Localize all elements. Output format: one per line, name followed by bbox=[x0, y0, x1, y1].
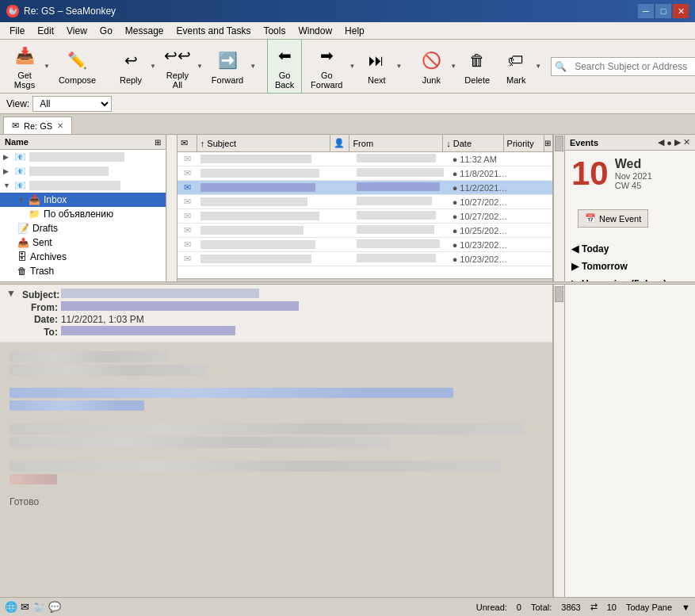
folder-drafts-icon: 📝 bbox=[17, 223, 29, 234]
msg-date-cell8: ● 10/23/2021,… bbox=[449, 254, 511, 265]
col-from-header[interactable]: From bbox=[349, 135, 443, 151]
tab-inbox[interactable]: ✉ Re: GS ✕ bbox=[3, 117, 72, 134]
msg-from-cell4 bbox=[353, 196, 449, 208]
folder-archives[interactable]: 🗄 Archives bbox=[0, 250, 166, 264]
col-date-header[interactable]: ↓ Date bbox=[443, 135, 503, 151]
table-row[interactable]: ✉ ● 10/25/2021,… bbox=[178, 224, 552, 238]
scroll-thumb[interactable] bbox=[555, 136, 563, 151]
junk-button[interactable]: 🚫 Junk bbox=[413, 44, 449, 89]
msg-date-cell5: ● 10/27/2021,… bbox=[449, 211, 511, 222]
forward-arrow[interactable]: ▼ bbox=[250, 63, 256, 70]
events-close-button[interactable]: ✕ bbox=[683, 137, 690, 147]
reply-all-arrow[interactable]: ▼ bbox=[197, 63, 203, 70]
folder-subdir[interactable]: 📁 По объявлению bbox=[0, 207, 166, 221]
go-back-button[interactable]: ⬅ Go Back bbox=[267, 39, 302, 94]
col-priority-header[interactable]: Priority bbox=[504, 135, 544, 151]
mark-arrow[interactable]: ▼ bbox=[535, 63, 541, 70]
close-button[interactable]: ✕ bbox=[673, 4, 689, 18]
forward-button[interactable]: ➡️ Forward bbox=[206, 44, 249, 89]
table-row[interactable]: ✉ ● 10/23/2021,… bbox=[178, 252, 552, 266]
col-check[interactable]: ✉ bbox=[178, 135, 197, 151]
menu-message[interactable]: Message bbox=[119, 24, 170, 38]
table-row[interactable]: ✉ ● 11/8/2021, … bbox=[178, 166, 552, 181]
search-input[interactable] bbox=[570, 59, 695, 74]
network-icon[interactable]: 🌐 bbox=[5, 601, 17, 613]
search-box[interactable]: 🔍 bbox=[551, 57, 695, 76]
table-row[interactable]: ✉ ● 11:32 AM bbox=[178, 152, 552, 166]
next-button[interactable]: ⏭ Next bbox=[358, 44, 395, 89]
menu-events-tasks[interactable]: Events and Tasks bbox=[170, 24, 258, 38]
preview-scroll-thumb[interactable] bbox=[555, 286, 563, 302]
folder-item-inf1[interactable]: ▶ 📧 bbox=[0, 150, 166, 164]
folder-item-su1[interactable]: ▶ 📧 bbox=[0, 164, 166, 178]
reply-button[interactable]: ↩ Reply bbox=[113, 44, 149, 89]
menu-file[interactable]: File bbox=[3, 24, 31, 38]
table-row[interactable]: ✉ ● 11/2/2021, … bbox=[178, 181, 552, 195]
get-msgs-button[interactable]: 📥 Get Msgs bbox=[6, 39, 43, 94]
msg-read-icon6: ✉ bbox=[184, 225, 191, 235]
mail-icon[interactable]: ✉ bbox=[21, 601, 29, 613]
msg-subject-cell bbox=[197, 154, 334, 164]
compose-button[interactable]: ✏️ Compose bbox=[53, 44, 101, 89]
events-today-header[interactable]: ◀ Today bbox=[571, 243, 689, 254]
chat-icon[interactable]: 💬 bbox=[48, 601, 61, 613]
new-event-button[interactable]: 📅 New Event bbox=[578, 209, 648, 228]
col-expand-btn[interactable]: ⊞ bbox=[544, 139, 552, 147]
msg-list-vscroll[interactable] bbox=[553, 135, 564, 281]
folder-scrollbar[interactable] bbox=[166, 135, 178, 281]
col-subject-header[interactable]: ↑ Subject bbox=[197, 135, 330, 151]
preview-toggle-icon[interactable]: ▼ bbox=[6, 288, 16, 299]
menu-help[interactable]: Help bbox=[338, 24, 371, 38]
go-forward-button[interactable]: ➡ Go Forward bbox=[305, 39, 348, 94]
upper-section: Name ⊞ ▶ 📧 ▶ 📧 ▼ 📧 bbox=[0, 135, 695, 281]
table-row[interactable]: ✉ ● 10/23/2021,… bbox=[178, 238, 552, 252]
view-select[interactable]: All Unread Flagged bbox=[32, 96, 112, 112]
next-arrow[interactable]: ▼ bbox=[395, 63, 402, 70]
body-line bbox=[10, 351, 168, 362]
folder-item-inf2[interactable]: ▼ 📧 bbox=[0, 178, 166, 193]
go-forward-label: Go Forward bbox=[311, 71, 342, 90]
events-tomorrow-header[interactable]: ▶ Tomorrow bbox=[571, 261, 689, 272]
col-priority-label: Priority bbox=[507, 139, 534, 148]
menu-go[interactable]: Go bbox=[94, 24, 119, 38]
events-prev-button[interactable]: ◀ bbox=[658, 137, 664, 147]
folder-inbox-icon: 📥 bbox=[29, 194, 40, 205]
go-forward-arrow[interactable]: ▼ bbox=[349, 63, 355, 70]
table-row[interactable]: ✉ ● 10/27/2021,… bbox=[178, 195, 552, 209]
col-icon-header[interactable]: 👤 bbox=[330, 135, 350, 151]
reply-arrow[interactable]: ▼ bbox=[150, 63, 156, 70]
folder-expand-btn[interactable]: ⊞ bbox=[155, 138, 161, 147]
junk-arrow[interactable]: ▼ bbox=[450, 63, 456, 70]
folder-inbox[interactable]: ▼ 📥 Inbox bbox=[0, 193, 166, 207]
get-msgs-arrow[interactable]: ▼ bbox=[44, 63, 50, 70]
delete-button[interactable]: 🗑 Delete bbox=[460, 44, 495, 89]
events-panel: Events ◀ ● ▶ ✕ 10 Wed Nov 2021 CW 45 bbox=[564, 135, 695, 281]
menu-edit[interactable]: Edit bbox=[31, 24, 60, 38]
browser-icon[interactable]: 🦭 bbox=[32, 601, 45, 613]
reply-all-button[interactable]: ↩↩ Reply All bbox=[159, 39, 196, 94]
events-next-button[interactable]: ▶ bbox=[674, 137, 681, 147]
preview-body[interactable]: Готово bbox=[0, 342, 552, 597]
compose-icon: ✏️ bbox=[64, 48, 90, 73]
maximize-button[interactable]: □ bbox=[655, 4, 671, 18]
msg-from-cell bbox=[353, 153, 449, 165]
menu-tools[interactable]: Tools bbox=[257, 24, 292, 38]
msg-dot-icon8: ● bbox=[453, 254, 458, 264]
folder-label-blurred3 bbox=[29, 181, 120, 190]
preview-vscroll[interactable] bbox=[553, 285, 564, 597]
folder-expand-icon3: ▼ bbox=[3, 182, 11, 189]
tab-close-button[interactable]: ✕ bbox=[57, 121, 63, 130]
folder-sent[interactable]: 📤 Sent bbox=[0, 235, 166, 250]
menu-window[interactable]: Window bbox=[292, 24, 338, 38]
msg-subject-cell2 bbox=[197, 168, 334, 178]
folder-trash[interactable]: 🗑 Trash bbox=[0, 264, 166, 278]
table-row[interactable]: ✉ ● 10/27/2021,… bbox=[178, 209, 552, 224]
menu-view[interactable]: View bbox=[60, 24, 94, 38]
events-circle-button[interactable]: ● bbox=[666, 138, 672, 147]
next-icon: ⏭ bbox=[364, 48, 389, 73]
minimize-button[interactable]: ─ bbox=[638, 4, 654, 18]
folder-drafts[interactable]: 📝 Drafts bbox=[0, 221, 166, 235]
mark-button[interactable]: 🏷 Mark bbox=[498, 44, 534, 89]
today-pane-arrow[interactable]: ▼ bbox=[682, 603, 690, 612]
from-label: From: bbox=[22, 302, 58, 313]
